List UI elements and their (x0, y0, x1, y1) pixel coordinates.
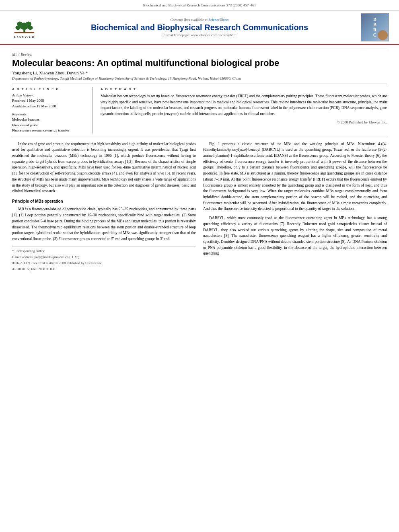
footnote-area: * Corresponding author. E-mail address: … (12, 246, 196, 272)
footnote-email-address: yedy@mails.tjmu.edu.cn (D. Ye). (34, 255, 80, 259)
article-main: Mini Review Molecular beacons: An optima… (0, 45, 399, 277)
sciencedirect-line: Contents lists available at ScienceDirec… (44, 18, 355, 22)
svg-point-4 (15, 25, 21, 30)
sciencedirect-link[interactable]: ScienceDirect (208, 18, 228, 22)
body-col-right: Fig. 1 presents a classic structure of t… (203, 141, 387, 273)
body-para2-right: DABSYL, which most commonly used as the … (203, 215, 387, 257)
keyword2: Fluorescent probe (12, 123, 86, 128)
journal-logo-right: BBRC (359, 13, 391, 41)
body-col-left: In the era of gene and protein, the requ… (12, 141, 196, 273)
article-info: A R T I C L E I N F O Article history: R… (12, 87, 93, 134)
article-info-abstract: A R T I C L E I N F O Article history: R… (12, 84, 387, 137)
abstract-section: A B S T R A C T Molecular beacon technol… (101, 87, 387, 134)
footnote-issn: 0006-291X/$ - see front matter © 2008 Pu… (12, 261, 196, 266)
svg-rect-6 (14, 32, 34, 33)
body-para2-left: MB is a fluorescent-labeled oligonucleot… (12, 206, 196, 242)
journal-title-main: Biochemical and Biophysical Research Com… (44, 23, 355, 32)
sciencedirect-text: Contents lists available at (171, 18, 208, 22)
history-label: Article history: (12, 93, 86, 97)
page-container: Biochemical and Biophysical Research Com… (0, 0, 399, 532)
keyword3: Fluorescence resonance energy transfer (12, 128, 86, 134)
journal-homepage: journal homepage: www.elsevier.com/locat… (44, 33, 355, 37)
elsevier-text: ELSEVIER (14, 35, 35, 39)
elsevier-tree-icon (13, 16, 35, 34)
body-para1-right: Fig. 1 presents a classic structure of t… (203, 141, 387, 212)
elsevier-logo: ELSEVIER (8, 16, 40, 39)
footnote-star: * Corresponding author. (12, 249, 196, 254)
mini-review-label: Mini Review (12, 49, 387, 57)
body-para1-left: In the era of gene and protein, the requ… (12, 141, 196, 194)
copyright-line: © 2008 Published by Elsevier Inc. (101, 120, 387, 124)
authors: Yongsheng Li, Xiaoyan Zhou, Duyun Ye * (12, 70, 387, 75)
keyword1: Molecular beacons (12, 117, 86, 123)
header-content: ELSEVIER Contents lists available at Sci… (0, 11, 399, 45)
received-date: Received 1 May 2008 (12, 98, 86, 104)
journal-title-block: Contents lists available at ScienceDirec… (40, 18, 359, 37)
body-columns: In the era of gene and protein, the requ… (12, 141, 387, 273)
journal-meta: Biochemical and Biophysical Research Com… (8, 3, 391, 7)
section-heading-principle: Principle of MBs operation (12, 198, 196, 205)
abstract-text: Molecular beacon technology is set up ba… (101, 93, 387, 117)
footnote-email-label: E-mail address: (12, 255, 33, 259)
bbrc-logo-box: BBRC (361, 13, 389, 41)
article-info-title: A R T I C L E I N F O (12, 87, 86, 91)
journal-header: Biochemical and Biophysical Research Com… (0, 0, 399, 11)
footnote-email: E-mail address: yedy@mails.tjmu.edu.cn (… (12, 255, 196, 260)
svg-point-5 (28, 25, 33, 30)
available-date: Available online 19 May 2008 (12, 104, 86, 109)
footnote-doi: doi:10.1016/j.bbrc.2008.05.038 (12, 267, 196, 272)
keywords-label: Keywords: (12, 112, 86, 116)
article-title: Molecular beacons: An optimal multifunct… (12, 58, 387, 68)
affiliation: Department of Pathophysiology, Tongji Me… (12, 76, 387, 80)
abstract-title: A B S T R A C T (101, 87, 387, 91)
